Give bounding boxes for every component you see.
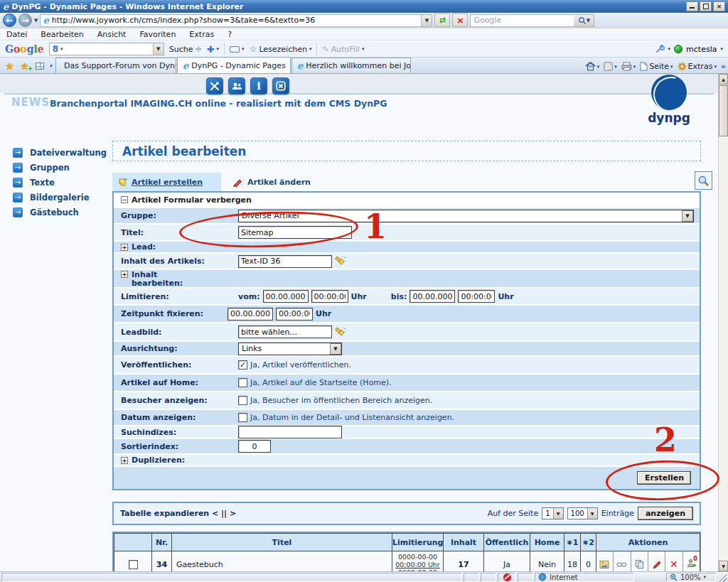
delete-button[interactable]: ✕ [665,551,682,571]
add-button[interactable]: ✚▾ [207,44,219,55]
address-dropdown[interactable]: ▼ [421,15,432,26]
menu-ansicht[interactable]: Ansicht [97,30,127,39]
scroll-up-button[interactable]: ▲ [719,74,728,85]
page-select[interactable]: 1▼ [542,507,563,519]
autofill-button[interactable]: ✎ AutoFill ▾ [322,45,364,54]
refresh-button[interactable]: ⇄ [434,14,450,27]
zoom-control[interactable]: 100% ▾ [666,573,716,582]
datum-checkbox[interactable] [238,413,247,422]
menu-bearbeiten[interactable]: Bearbeiten [41,30,83,39]
export-image-button[interactable] [596,551,613,571]
duplizieren-label[interactable]: Duplizieren: [132,456,185,465]
limit-bis-date-input[interactable] [410,290,455,303]
col-limitierung[interactable]: Limitierung [392,534,444,551]
inhalt-bearbeiten-label[interactable]: Inhalt bearbeiten: [132,271,190,288]
account-name[interactable]: mctesla [686,45,717,54]
col-oeffentlich[interactable]: Öffentlich [484,534,530,551]
bookmarks-button[interactable]: ☆ Lesezeichen ▾ [250,44,312,54]
page-scrollbar[interactable]: ▲ ▼ [718,74,728,571]
limit-bis-time-input[interactable] [458,290,495,303]
stop-button[interactable]: × [452,14,468,27]
expand-icon[interactable]: + [121,271,128,278]
sidebar-item-bildergalerie[interactable]: →Bildergalerie [13,190,107,205]
history-dropdown[interactable]: ▼ [34,18,38,23]
minimize-button[interactable] [686,1,698,11]
sidebar-item-texte[interactable]: →Texte [13,175,107,190]
more-commands-chevron[interactable]: » [721,62,726,71]
cms-tools-button[interactable] [206,77,223,95]
row-select-checkbox[interactable] [129,560,138,569]
copy-button[interactable] [631,551,648,571]
inhalt-input[interactable] [238,255,332,268]
tab-list-dropdown[interactable]: ▾ [47,58,55,73]
search-article-button[interactable] [695,171,712,190]
feeds-button[interactable]: ▾ [604,62,617,71]
tab-artikel-aendern[interactable]: Artikel ändern [227,173,316,191]
tools-menu-button[interactable]: Extras ▾ [678,62,717,71]
col-titel[interactable]: Titel [172,534,392,551]
cms-info-button[interactable]: i [250,77,267,95]
wrench-icon[interactable] [655,44,665,54]
tab-artikel-erstellen[interactable]: Artikel erstellen [112,173,221,191]
sidebar-item-gruppen[interactable]: →Gruppen [13,160,107,175]
col-count1[interactable]: ∗1 [564,534,581,551]
suche-button[interactable]: Suche ✛ [169,45,202,54]
leadbild-input[interactable] [238,325,332,338]
google-search-dropdown[interactable]: ▼ [153,43,164,55]
fixier-time-input[interactable] [276,308,313,320]
flashlight-icon[interactable] [335,256,347,266]
favorites-button[interactable]: ★ [2,58,17,73]
search-go-button[interactable]: ▼ [574,15,594,26]
artikel-home-checkbox[interactable] [238,378,247,387]
page-menu-button[interactable]: Seite ▾ [640,62,673,71]
form-collapse-row[interactable]: − Artikel Formular verbergen [114,193,700,208]
col-inhalt[interactable]: Inhalt [444,534,484,551]
menu-extras[interactable]: Extras [189,30,214,39]
url-text[interactable]: http://www.joywork.ch/cms/index.php?show… [52,16,316,25]
cms-logout-button[interactable] [272,77,289,95]
sidebar-item-gaestebuch[interactable]: →Gästebuch [13,205,107,220]
limit-vom-date-input[interactable] [263,290,309,303]
veroeffentlichen-checkbox[interactable]: ✓ [238,360,247,370]
fixier-date-input[interactable] [228,308,273,320]
restore-button[interactable] [700,1,712,11]
cms-users-button[interactable] [228,77,245,95]
edit-button[interactable] [648,551,665,571]
ausrichtung-select[interactable]: Links ▼ [238,343,342,355]
limit-vom-time-input[interactable] [311,290,348,303]
address-field[interactable]: e http://www.joywork.ch/cms/index.php?sh… [40,14,432,27]
tab-support-forum[interactable]: Das Support-Forum von DynPG [55,58,176,73]
search-input[interactable]: Google ▼ [470,14,594,27]
print-button[interactable]: ▾ [621,62,636,71]
home-button[interactable]: ▾ [585,62,600,71]
sidebar-item-dateiverwaltung[interactable]: →Dateiverwaltung [13,145,107,160]
anzeigen-button[interactable]: anzeigen [638,507,693,520]
perpage-select[interactable]: 100▼ [567,507,598,519]
resize-grip[interactable] [717,573,727,582]
menu-help[interactable]: ? [228,30,232,39]
suchindizes-input[interactable] [238,426,342,438]
menu-favoriten[interactable]: Favoriten [139,30,176,39]
besucher-checkbox[interactable] [238,396,247,405]
collapse-label[interactable]: Artikel Formular verbergen [132,195,252,205]
scroll-thumb[interactable] [719,85,728,136]
col-count2[interactable]: ∗2 [581,534,596,551]
link-button[interactable] [613,551,630,571]
add-favorite-button[interactable]: ★+ [17,58,32,73]
col-nr[interactable]: Nr. [152,534,172,551]
col-home[interactable]: Home [530,534,564,551]
chevron-down-icon[interactable]: ▾ [720,46,723,52]
lead-label[interactable]: Lead: [132,242,156,252]
flashlight-icon[interactable] [335,327,347,338]
sortierindex-input[interactable] [238,440,271,453]
collapse-icon[interactable]: − [121,196,128,203]
expand-icon[interactable]: + [121,457,128,464]
tab-joywork[interactable]: e Herzlich willkommen bei Joyw... [291,58,411,73]
popup-blocker-button[interactable]: ▾ [230,46,245,53]
table-expand-control[interactable]: Tabelle expandieren < || > [120,509,236,518]
visitors-button[interactable]: 0 [682,551,700,571]
back-button[interactable]: ← [3,14,16,27]
popup-blocked-indicator[interactable] [498,573,516,582]
close-button[interactable]: × [713,1,725,11]
expand-icon[interactable]: + [121,244,128,251]
